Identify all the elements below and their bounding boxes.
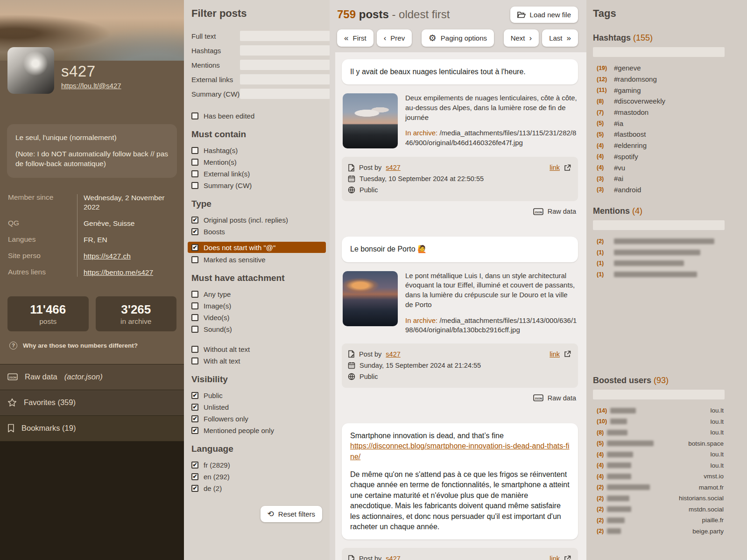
checkbox-row[interactable]: Summary (CW) [191, 180, 322, 191]
boosted-user-item[interactable]: (4)lou.lt [593, 449, 725, 460]
paging-options-button[interactable]: ⚙Paging options [422, 29, 494, 47]
boosted-user-item[interactable]: (4)vmst.io [593, 471, 725, 482]
raw-data-button[interactable]: JSONRaw data [342, 208, 576, 215]
filter-field-label: Full text [191, 32, 240, 40]
hashtag-item[interactable]: (5)#ia [593, 118, 725, 129]
stats-question-link[interactable]: ? Why are those two numbers different? [9, 342, 176, 350]
post-by-label: Post by [359, 164, 381, 171]
hashtag-item[interactable]: (12)#randomsong [593, 74, 725, 85]
first-page-button[interactable]: «First [337, 29, 374, 47]
profile-field-link[interactable]: https://bento.me/s427 [84, 268, 176, 277]
profile-url-link[interactable]: https://lou.lt/@s427 [61, 82, 121, 90]
checkbox-row[interactable]: Marked as sensitive [191, 254, 322, 265]
hashtag-item[interactable]: (3)#ai [593, 173, 725, 184]
checkbox-row[interactable]: Sound(s) [191, 323, 322, 335]
last-page-button[interactable]: Last» [542, 29, 578, 47]
post-link[interactable]: link [550, 555, 560, 560]
post-author-link[interactable]: s427 [386, 350, 400, 358]
prev-page-button[interactable]: ‹Prev [377, 29, 412, 47]
checkbox-row[interactable]: ✔en (292) [191, 471, 322, 482]
pagination: «First ‹Prev ⚙Paging options Next› Last» [337, 29, 578, 47]
checkbox-row[interactable]: With alt text [191, 355, 322, 366]
boosted-user-item[interactable]: (2)historians.social [593, 493, 725, 504]
post-link[interactable]: link [550, 350, 560, 358]
filter-external-links-input[interactable] [240, 74, 330, 84]
hashtag-item[interactable]: (11)#gaming [593, 84, 725, 96]
hashtag-item[interactable]: (3)#android [593, 184, 725, 196]
raw-data-button[interactable]: JSONRaw data [342, 394, 576, 402]
hashtag-item[interactable]: (4)#vu [593, 162, 725, 173]
hashtags-search-input[interactable] [593, 47, 725, 57]
mention-item[interactable]: (1) [593, 269, 725, 280]
hashtag-item[interactable]: (4)#eldenring [593, 140, 725, 151]
hashtag-count: (4) [597, 142, 611, 149]
boosted-user-item[interactable]: (2)piaille.fr [593, 515, 725, 526]
post-external-link[interactable]: https://disconnect.blog/smartphone-innov… [350, 441, 570, 462]
checkbox-row[interactable]: ✔Public [191, 390, 322, 401]
filter-summary-cw--input[interactable] [240, 89, 330, 99]
checkbox-row[interactable]: Has been edited [191, 110, 322, 121]
boosted-user-item[interactable]: (5)botsin.space [593, 438, 725, 449]
hashtag-item[interactable]: (4)#spotify [593, 151, 725, 162]
boosted-user-item[interactable]: (4)lou.lt [593, 460, 725, 471]
boosted-user-instance: lou.lt [710, 407, 724, 414]
profile-field-label: Member since [8, 193, 69, 212]
sidebar-menu-item[interactable]: JSONRaw data (actor.json) [0, 364, 184, 390]
hashtag-item[interactable]: (8)#discoverweekly [593, 96, 725, 107]
attachment-thumbnail[interactable] [343, 93, 398, 148]
post-content-card: Smartphone innovation is dead, and that’… [342, 423, 578, 540]
sidebar-menu-item[interactable]: Favorites (359) [0, 390, 184, 415]
checkbox-row[interactable]: Hashtag(s) [191, 145, 322, 156]
boosted-user-item[interactable]: (2)mstdn.social [593, 504, 725, 515]
post-text: Il y avait de beaux nuages lenticulaires… [350, 67, 570, 77]
boosted-user-item[interactable]: (2)beige.party [593, 526, 725, 537]
checkbox-checked: ✔ [191, 392, 198, 399]
post-by-label: Post by [359, 350, 381, 358]
checkbox-row[interactable]: External link(s) [191, 168, 322, 179]
next-page-button[interactable]: Next› [504, 29, 539, 47]
boosted-user-instance: mamot.fr [699, 484, 724, 491]
checkbox-row[interactable]: ✔Does not start with "@" [188, 242, 326, 253]
checkbox-row[interactable]: ✔Followers only [191, 413, 322, 424]
boosted-user-item[interactable]: (10)lou.lt [593, 416, 725, 427]
checkbox-row[interactable]: ✔Original posts (incl. replies) [191, 214, 322, 225]
checkbox-row[interactable]: ✔Boosts [191, 226, 322, 237]
mention-item[interactable]: (1) [593, 258, 725, 269]
mention-item[interactable]: (2) [593, 236, 725, 247]
checkbox-row[interactable]: ✔Mentioned people only [191, 425, 322, 436]
profile-field-link[interactable]: https://s427.ch [84, 252, 176, 261]
mentions-search-input[interactable] [593, 220, 725, 230]
boosted-user-item[interactable]: (8)lou.lt [593, 427, 725, 438]
sidebar-menu-item[interactable]: Bookmarks (19) [0, 415, 184, 441]
post-author-link[interactable]: s427 [386, 555, 400, 560]
mention-item[interactable]: (1) [593, 247, 725, 258]
checkbox-row[interactable]: Any type [191, 288, 322, 300]
filter-hashtags-input[interactable] [240, 45, 330, 56]
checkbox-row[interactable]: ✔Unlisted [191, 401, 322, 413]
hashtag-item[interactable]: (7)#mastodon [593, 107, 725, 118]
load-new-file-button[interactable]: Load new file [510, 7, 578, 23]
checkbox-row[interactable]: Video(s) [191, 312, 322, 323]
checkbox-row[interactable]: Image(s) [191, 300, 322, 311]
boosted-user-item[interactable]: (14)lou.lt [593, 405, 725, 416]
post-author-link[interactable]: s427 [386, 164, 400, 171]
mentions-count: (4) [632, 206, 642, 216]
filter-full-text-input[interactable] [240, 31, 330, 41]
hashtag-item[interactable]: (5)#lastboost [593, 129, 725, 140]
checkbox [191, 256, 198, 263]
redacted-user-name [607, 474, 631, 479]
hashtag-count: (4) [597, 153, 611, 160]
checkbox-row[interactable]: ✔fr (2829) [191, 459, 322, 470]
hashtag-item[interactable]: (19)#geneve [593, 63, 725, 74]
profile-field-label: Langues [8, 235, 69, 245]
checkbox-row[interactable]: Without alt text [191, 343, 322, 355]
attachment-thumbnail[interactable] [343, 271, 398, 326]
filter-field-label: External links [191, 76, 240, 84]
filter-mentions-input[interactable] [240, 60, 330, 70]
post-link[interactable]: link [550, 164, 560, 171]
boosted-search-input[interactable] [593, 390, 725, 399]
reset-filters-button[interactable]: ⟲ Reset filters [261, 506, 322, 522]
checkbox-row[interactable]: Mention(s) [191, 156, 322, 168]
boosted-user-item[interactable]: (2)mamot.fr [593, 482, 725, 493]
checkbox-row[interactable]: ✔de (2) [191, 483, 322, 494]
